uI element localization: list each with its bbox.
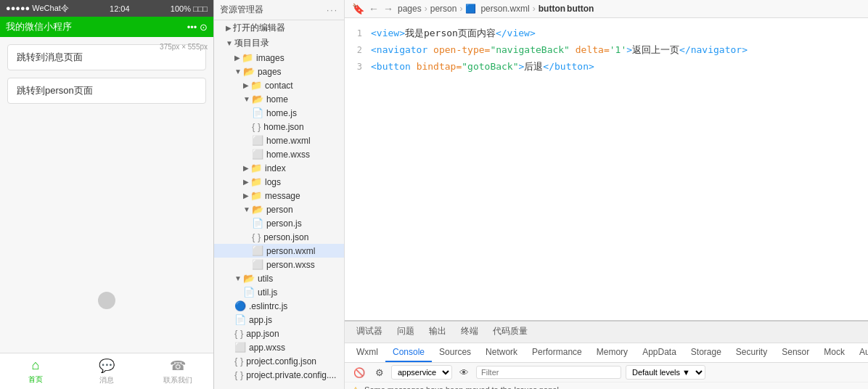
subtab-security[interactable]: Security [729, 343, 774, 362]
bottom-nav-message[interactable]: 💬 消息 [71, 353, 142, 389]
battery-indicator: 100% □□□ [171, 4, 208, 13]
breadcrumb-pages[interactable]: pages [398, 4, 422, 14]
breadcrumb-sep2: › [459, 4, 462, 14]
tag-button: <button [371, 61, 417, 72]
subtab-audits[interactable]: Audits [852, 343, 868, 362]
folder-pages[interactable]: ▼ 📂 pages [214, 65, 344, 78]
file-person-wxss-label: person.wxss [266, 260, 315, 270]
subtab-console[interactable]: Console [385, 343, 432, 362]
tag-navigator: <navigator [371, 44, 433, 55]
folder-home-label: home [266, 94, 288, 105]
json-file-icon: { } [234, 328, 243, 339]
devtools-panel: 调试器 问题 输出 终端 代码质量 Wxml Console Sources N… [345, 320, 868, 389]
back-nav-btn[interactable]: ← [369, 3, 379, 15]
folder-index-label: index [265, 163, 286, 173]
file-home-wxss[interactable]: ⬜ home.wxss [214, 147, 344, 161]
filetree-panel: 资源管理器 ··· ▶ 打开的编辑器 ▼ 项目目录 ▶ 📁 images ▼ 📂… [214, 0, 345, 389]
settings-btn[interactable]: ⚙ [372, 366, 387, 380]
code-text-3: <button bindtap="gotoBack">后退</button> [371, 60, 594, 75]
file-eslintrc[interactable]: 🔵 .eslintrc.js [214, 299, 344, 313]
filetree-menu-btn[interactable]: ··· [327, 5, 338, 15]
file-util-js-label: util.js [258, 287, 277, 298]
code-line-2: 2 <navigator open-type="navigateBack" de… [345, 42, 868, 59]
tab-terminal[interactable]: 终端 [454, 322, 486, 343]
warning-icon: ⚠ [352, 385, 359, 389]
file-app-js[interactable]: 📄 app.js [214, 313, 344, 327]
breadcrumb-person-dir[interactable]: person [430, 4, 457, 14]
code-line-3: 3 <button bindtap="gotoBack">后退</button> [345, 59, 868, 75]
level-select[interactable]: Default levels ▼ [626, 365, 705, 380]
bottom-nav-contact[interactable]: ☎ 联系我们 [142, 353, 213, 389]
file-project-private[interactable]: { } project.private.config.... [214, 368, 344, 382]
file-person-wxml-label: person.wxml [266, 246, 315, 256]
folder-images[interactable]: ▶ 📁 images [214, 51, 344, 65]
folder-index[interactable]: ▶ 📁 index [214, 161, 344, 175]
tag-close: </view> [496, 28, 536, 38]
folder-person[interactable]: ▼ 📂 person [214, 202, 344, 216]
file-app-wxss[interactable]: ⬜ app.wxss [214, 340, 344, 354]
file-util-js[interactable]: 📄 util.js [214, 285, 344, 299]
tab-codequality[interactable]: 代码质量 [486, 322, 535, 343]
editor-panel: 🔖 ← → pages › person › 🟦 person.wxml › b… [345, 0, 868, 389]
file-person-wxml[interactable]: ⬜ person.wxml [214, 244, 344, 258]
arrow-icon: ▼ [243, 205, 250, 213]
tab-debugger[interactable]: 调试器 [349, 322, 390, 343]
js-file-icon: 📄 [234, 314, 246, 325]
file-home-wxml[interactable]: ⬜ home.wxml [214, 134, 344, 147]
code-text-2: <navigator open-type="navigateBack" delt… [371, 43, 748, 58]
open-editors-section[interactable]: ▶ 打开的编辑器 [214, 20, 344, 36]
file-home-wxss-label: home.wxss [266, 150, 310, 160]
breadcrumb-file[interactable]: person.wxml [480, 4, 529, 14]
goto-person-btn[interactable]: 跳转到person页面 [7, 78, 206, 104]
console-filter-input[interactable] [476, 366, 621, 379]
service-select[interactable]: appservice [391, 365, 452, 380]
file-home-js[interactable]: 📄 home.js [214, 106, 344, 120]
breadcrumb-element[interactable]: buttonbutton [539, 4, 594, 14]
subtab-memory[interactable]: Memory [589, 343, 635, 362]
wxss-file-icon: ⬜ [252, 149, 263, 160]
bookmark-icon[interactable]: 🔖 [352, 3, 364, 15]
subtab-sensor[interactable]: Sensor [774, 343, 816, 362]
eye-btn[interactable]: 👁 [456, 366, 472, 380]
folder-message[interactable]: ▶ 📁 message [214, 189, 344, 202]
subtab-performance[interactable]: Performance [525, 343, 589, 362]
arrow-icon: ▶ [234, 54, 240, 62]
folder-logs[interactable]: ▶ 📁 logs [214, 175, 344, 189]
subtab-mock[interactable]: Mock [816, 343, 852, 362]
subtab-wxml[interactable]: Wxml [349, 343, 385, 362]
file-home-json[interactable]: { } home.json [214, 120, 344, 134]
open-editors-label: 打开的编辑器 [233, 22, 285, 34]
folder-message-label: message [265, 191, 300, 201]
folder-contact[interactable]: ▶ 📁 contact [214, 78, 344, 92]
file-project-config[interactable]: { } project.config.json [214, 354, 344, 368]
tab-issues[interactable]: 问题 [390, 322, 422, 343]
navigator-text: 返回上一页 [632, 44, 679, 55]
folder-utils[interactable]: ▼ 📂 utils [214, 271, 344, 285]
tab-output[interactable]: 输出 [422, 322, 454, 343]
subtab-appdata[interactable]: AppData [635, 343, 684, 362]
file-app-json[interactable]: { } app.json [214, 327, 344, 340]
code-text-1: <view>我是person页面内容</view> [371, 26, 536, 41]
code-line-1: 1 <view>我是person页面内容</view> [345, 25, 868, 42]
attr-open-type: open-type= [433, 44, 490, 55]
folder-icon: 📂 [252, 94, 263, 105]
arrow-icon: ▼ [234, 67, 242, 75]
subtab-network[interactable]: Network [478, 343, 525, 362]
project-root-section[interactable]: ▼ 项目目录 [214, 36, 344, 51]
file-home-wxml-label: home.wxml [266, 136, 311, 146]
editor-content[interactable]: 1 <view>我是person页面内容</view> 2 <navigator… [345, 18, 868, 320]
file-person-json[interactable]: { } person.json [214, 230, 344, 244]
attr-bindtap: bindtap= [417, 61, 462, 72]
file-person-js[interactable]: 📄 person.js [214, 216, 344, 230]
devtools-top-tabs: 调试器 问题 输出 终端 代码质量 [345, 322, 868, 343]
forward-nav-btn[interactable]: → [383, 3, 393, 15]
file-person-wxss[interactable]: ⬜ person.wxss [214, 258, 344, 271]
clear-console-btn[interactable]: 🚫 [351, 366, 368, 380]
subtab-storage[interactable]: Storage [684, 343, 729, 362]
subtab-sources[interactable]: Sources [432, 343, 478, 362]
folder-icon: 📂 [252, 204, 263, 215]
bottom-nav-home[interactable]: ⌂ 首页 [0, 353, 71, 389]
message-icon: 💬 [99, 358, 115, 374]
folder-home[interactable]: ▼ 📂 home [214, 92, 344, 106]
button-text: 后退 [524, 61, 543, 72]
